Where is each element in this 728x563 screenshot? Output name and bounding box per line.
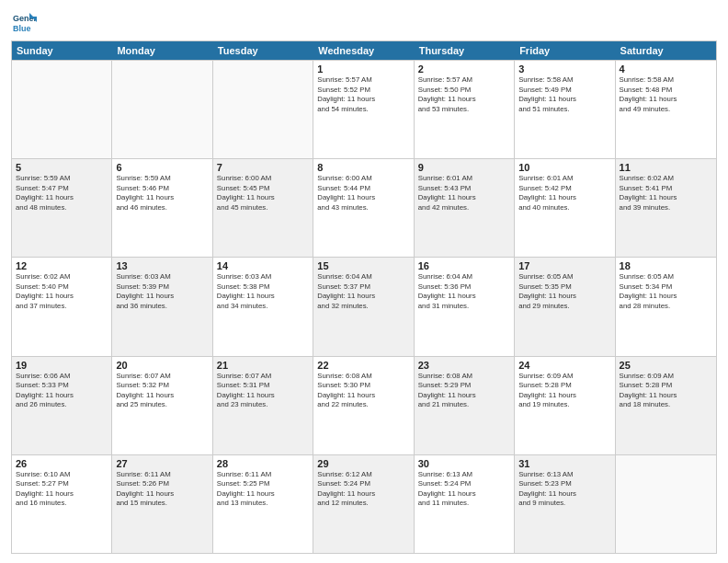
calendar-cell: 1Sunrise: 5:57 AM Sunset: 5:52 PM Daylig… (313, 61, 414, 158)
day-number: 20 (116, 360, 208, 371)
calendar-week: 19Sunrise: 6:06 AM Sunset: 5:33 PM Dayli… (12, 356, 716, 454)
day-number: 23 (418, 360, 510, 371)
day-info: Sunrise: 6:03 AM Sunset: 5:38 PM Dayligh… (217, 272, 309, 311)
day-info: Sunrise: 6:13 AM Sunset: 5:24 PM Dayligh… (418, 470, 510, 509)
day-number: 21 (217, 360, 309, 371)
calendar-cell: 21Sunrise: 6:07 AM Sunset: 5:31 PM Dayli… (213, 357, 313, 454)
calendar-header: SundayMondayTuesdayWednesdayThursdayFrid… (12, 41, 716, 60)
weekday-header: Friday (515, 41, 615, 60)
day-info: Sunrise: 6:05 AM Sunset: 5:34 PM Dayligh… (620, 272, 712, 311)
calendar-cell: 23Sunrise: 6:08 AM Sunset: 5:29 PM Dayli… (415, 357, 515, 454)
weekday-header: Tuesday (213, 41, 313, 60)
day-number: 12 (16, 260, 108, 271)
calendar-cell: 18Sunrise: 6:05 AM Sunset: 5:34 PM Dayli… (616, 258, 716, 355)
day-info: Sunrise: 6:00 AM Sunset: 5:44 PM Dayligh… (317, 174, 409, 213)
weekday-header: Wednesday (313, 41, 414, 60)
day-info: Sunrise: 6:07 AM Sunset: 5:31 PM Dayligh… (217, 372, 309, 410)
calendar-cell: 9Sunrise: 6:01 AM Sunset: 5:43 PM Daylig… (415, 159, 515, 257)
day-info: Sunrise: 6:06 AM Sunset: 5:33 PM Dayligh… (16, 372, 108, 410)
day-number: 26 (16, 458, 108, 469)
calendar-cell: 31Sunrise: 6:13 AM Sunset: 5:23 PM Dayli… (515, 455, 615, 553)
day-number: 15 (317, 260, 409, 271)
day-number: 18 (620, 260, 712, 271)
calendar-cell: 8Sunrise: 6:00 AM Sunset: 5:44 PM Daylig… (313, 159, 414, 257)
calendar-cell: 14Sunrise: 6:03 AM Sunset: 5:38 PM Dayli… (213, 258, 313, 355)
calendar-cell: 20Sunrise: 6:07 AM Sunset: 5:32 PM Dayli… (112, 357, 212, 454)
day-number: 4 (620, 63, 712, 75)
calendar: SundayMondayTuesdayWednesdayThursdayFrid… (11, 40, 717, 554)
weekday-header: Thursday (415, 41, 515, 60)
calendar-week: 1Sunrise: 5:57 AM Sunset: 5:52 PM Daylig… (12, 60, 716, 158)
day-number: 22 (317, 360, 409, 371)
day-number: 2 (418, 63, 510, 75)
day-number: 27 (116, 458, 208, 469)
day-info: Sunrise: 6:02 AM Sunset: 5:40 PM Dayligh… (16, 272, 108, 311)
svg-text:Blue: Blue (13, 24, 31, 33)
day-info: Sunrise: 6:01 AM Sunset: 5:43 PM Dayligh… (418, 174, 510, 213)
day-info: Sunrise: 5:59 AM Sunset: 5:46 PM Dayligh… (116, 174, 208, 213)
day-info: Sunrise: 6:09 AM Sunset: 5:28 PM Dayligh… (518, 372, 610, 410)
day-number: 14 (217, 260, 309, 271)
calendar-cell: 10Sunrise: 6:01 AM Sunset: 5:42 PM Dayli… (515, 159, 615, 257)
day-number: 9 (418, 162, 510, 173)
day-info: Sunrise: 5:57 AM Sunset: 5:52 PM Dayligh… (317, 75, 409, 114)
day-number: 13 (116, 260, 208, 271)
weekday-header: Sunday (12, 41, 112, 60)
calendar-cell: 30Sunrise: 6:13 AM Sunset: 5:24 PM Dayli… (415, 455, 515, 553)
day-info: Sunrise: 6:04 AM Sunset: 5:37 PM Dayligh… (317, 272, 409, 311)
day-number: 25 (620, 360, 712, 371)
calendar-cell: 24Sunrise: 6:09 AM Sunset: 5:28 PM Dayli… (515, 357, 615, 454)
calendar-cell: 3Sunrise: 5:58 AM Sunset: 5:49 PM Daylig… (515, 61, 615, 158)
day-info: Sunrise: 6:09 AM Sunset: 5:28 PM Dayligh… (620, 372, 712, 410)
day-number: 30 (418, 458, 510, 469)
day-info: Sunrise: 5:59 AM Sunset: 5:47 PM Dayligh… (16, 174, 108, 213)
day-info: Sunrise: 6:08 AM Sunset: 5:30 PM Dayligh… (317, 372, 409, 410)
calendar-cell: 22Sunrise: 6:08 AM Sunset: 5:30 PM Dayli… (313, 357, 414, 454)
day-info: Sunrise: 6:05 AM Sunset: 5:35 PM Dayligh… (518, 272, 610, 311)
calendar-cell: 5Sunrise: 5:59 AM Sunset: 5:47 PM Daylig… (12, 159, 112, 257)
day-info: Sunrise: 6:13 AM Sunset: 5:23 PM Dayligh… (518, 470, 610, 509)
day-number: 17 (518, 260, 610, 271)
calendar-cell: 6Sunrise: 5:59 AM Sunset: 5:46 PM Daylig… (112, 159, 212, 257)
calendar-cell: 25Sunrise: 6:09 AM Sunset: 5:28 PM Dayli… (616, 357, 716, 454)
day-info: Sunrise: 6:11 AM Sunset: 5:25 PM Dayligh… (217, 470, 309, 509)
calendar-week: 12Sunrise: 6:02 AM Sunset: 5:40 PM Dayli… (12, 257, 716, 355)
day-info: Sunrise: 6:02 AM Sunset: 5:41 PM Dayligh… (620, 174, 712, 213)
day-info: Sunrise: 6:08 AM Sunset: 5:29 PM Dayligh… (418, 372, 510, 410)
day-info: Sunrise: 5:58 AM Sunset: 5:48 PM Dayligh… (620, 75, 712, 114)
day-info: Sunrise: 6:00 AM Sunset: 5:45 PM Dayligh… (217, 174, 309, 213)
calendar-cell: 2Sunrise: 5:57 AM Sunset: 5:50 PM Daylig… (415, 61, 515, 158)
calendar-cell (616, 455, 716, 553)
day-number: 16 (418, 260, 510, 271)
day-info: Sunrise: 6:07 AM Sunset: 5:32 PM Dayligh… (116, 372, 208, 410)
calendar-cell: 11Sunrise: 6:02 AM Sunset: 5:41 PM Dayli… (616, 159, 716, 257)
logo: General Blue (11, 9, 40, 35)
day-number: 10 (518, 162, 610, 173)
calendar-cell (112, 61, 212, 158)
calendar-cell: 16Sunrise: 6:04 AM Sunset: 5:36 PM Dayli… (415, 258, 515, 355)
day-info: Sunrise: 6:10 AM Sunset: 5:27 PM Dayligh… (16, 470, 108, 509)
day-info: Sunrise: 6:12 AM Sunset: 5:24 PM Dayligh… (317, 470, 409, 509)
calendar-cell: 27Sunrise: 6:11 AM Sunset: 5:26 PM Dayli… (112, 455, 212, 553)
day-number: 31 (518, 458, 610, 469)
calendar-cell (12, 61, 112, 158)
calendar-cell: 13Sunrise: 6:03 AM Sunset: 5:39 PM Dayli… (112, 258, 212, 355)
day-number: 28 (217, 458, 309, 469)
calendar-week: 5Sunrise: 5:59 AM Sunset: 5:47 PM Daylig… (12, 158, 716, 257)
day-number: 3 (518, 63, 610, 75)
day-info: Sunrise: 5:57 AM Sunset: 5:50 PM Dayligh… (418, 75, 510, 114)
logo-icon: General Blue (11, 9, 37, 35)
day-number: 1 (317, 63, 409, 75)
calendar-cell: 26Sunrise: 6:10 AM Sunset: 5:27 PM Dayli… (12, 455, 112, 553)
day-info: Sunrise: 6:04 AM Sunset: 5:36 PM Dayligh… (418, 272, 510, 311)
day-number: 7 (217, 162, 309, 173)
day-info: Sunrise: 6:01 AM Sunset: 5:42 PM Dayligh… (518, 174, 610, 213)
weekday-header: Monday (112, 41, 212, 60)
day-info: Sunrise: 5:58 AM Sunset: 5:49 PM Dayligh… (518, 75, 610, 114)
calendar-cell: 28Sunrise: 6:11 AM Sunset: 5:25 PM Dayli… (213, 455, 313, 553)
day-number: 5 (16, 162, 108, 173)
calendar-body: 1Sunrise: 5:57 AM Sunset: 5:52 PM Daylig… (12, 60, 716, 553)
page-container: General Blue SundayMondayTuesdayWednesda… (0, 0, 728, 563)
calendar-cell (213, 61, 313, 158)
day-number: 11 (620, 162, 712, 173)
